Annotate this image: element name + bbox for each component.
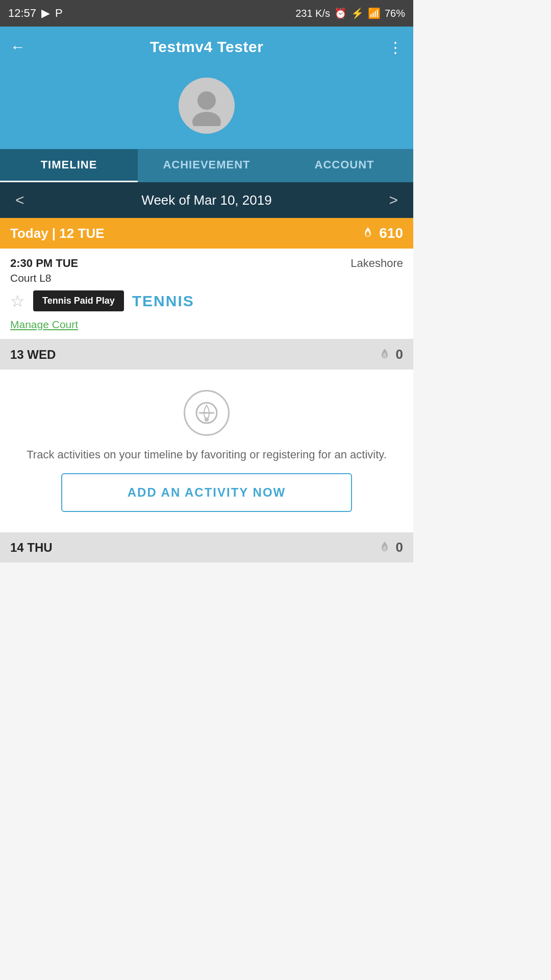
score-tuesday: 610 (361, 225, 403, 241)
prev-week-button[interactable]: < (15, 191, 24, 209)
app-header: ← Testmv4 Tester ⋮ (0, 27, 413, 67)
day-label-tuesday: Today | 12 TUE (10, 226, 105, 241)
status-right: 231 K/s ⏰ ⚡ 📶 76% (295, 7, 405, 19)
score-thursday: 0 (378, 540, 403, 555)
activity-row: ☆ Tennis Paid Play TENNIS (10, 290, 403, 311)
add-activity-button[interactable]: ADD AN ACTIVITY NOW (61, 473, 352, 512)
manage-court-link[interactable]: Manage Court (10, 318, 78, 330)
day-header-tuesday: Today | 12 TUE 610 (0, 218, 413, 249)
bluetooth-icon: ⚡ (351, 7, 364, 19)
alarm-icon: ⏰ (334, 7, 347, 19)
tab-account[interactable]: ACCOUNT (276, 149, 413, 182)
empty-state-description: Track activities on your timeline by fav… (27, 446, 387, 463)
activity-location: Lakeshore (350, 257, 403, 270)
day-label-wednesday: 13 WED (10, 348, 56, 362)
score-wednesday: 0 (378, 347, 403, 362)
svg-point-4 (205, 418, 209, 422)
battery: 76% (385, 8, 405, 19)
tabs: TIMELINE ACHIEVEMENT ACCOUNT (0, 149, 413, 182)
activity-badge: Tennis Paid Play (33, 290, 124, 311)
tab-timeline[interactable]: TIMELINE (0, 149, 138, 182)
week-navigator: < Week of Mar 10, 2019 > (0, 182, 413, 218)
more-menu-button[interactable]: ⋮ (388, 38, 403, 56)
day-header-wednesday: 13 WED 0 (0, 339, 413, 370)
favorite-button[interactable]: ☆ (10, 291, 25, 311)
status-time: 12:57 (8, 7, 36, 20)
network-speed: 231 K/s (295, 8, 330, 19)
status-left: 12:57 ▶ P (8, 7, 63, 20)
empty-state-icon (184, 390, 230, 436)
activity-meta: 2:30 PM TUE Lakeshore (10, 257, 403, 270)
svg-point-0 (197, 91, 216, 110)
activity-time: 2:30 PM TUE (10, 257, 78, 270)
header-title: Testmv4 Tester (150, 38, 264, 56)
avatar-section (0, 67, 413, 149)
avatar (179, 78, 235, 134)
empty-state-wednesday: Track activities on your timeline by fav… (0, 370, 413, 532)
tab-achievement[interactable]: ACHIEVEMENT (138, 149, 276, 182)
svg-point-1 (192, 112, 221, 126)
status-bar: 12:57 ▶ P 231 K/s ⏰ ⚡ 📶 76% (0, 0, 413, 27)
day-label-thursday: 14 THU (10, 541, 53, 555)
week-label: Week of Mar 10, 2019 (141, 192, 271, 208)
activity-sport: TENNIS (132, 292, 194, 310)
parking-icon: P (55, 7, 63, 20)
signal-icon: 📶 (368, 7, 381, 19)
next-week-button[interactable]: > (389, 191, 398, 209)
day-header-thursday: 14 THU 0 (0, 532, 413, 562)
back-button[interactable]: ← (10, 38, 26, 56)
play-icon: ▶ (41, 7, 50, 20)
activity-card-tuesday: 2:30 PM TUE Lakeshore Court L8 ☆ Tennis … (0, 249, 413, 339)
activity-court: Court L8 (10, 272, 403, 284)
